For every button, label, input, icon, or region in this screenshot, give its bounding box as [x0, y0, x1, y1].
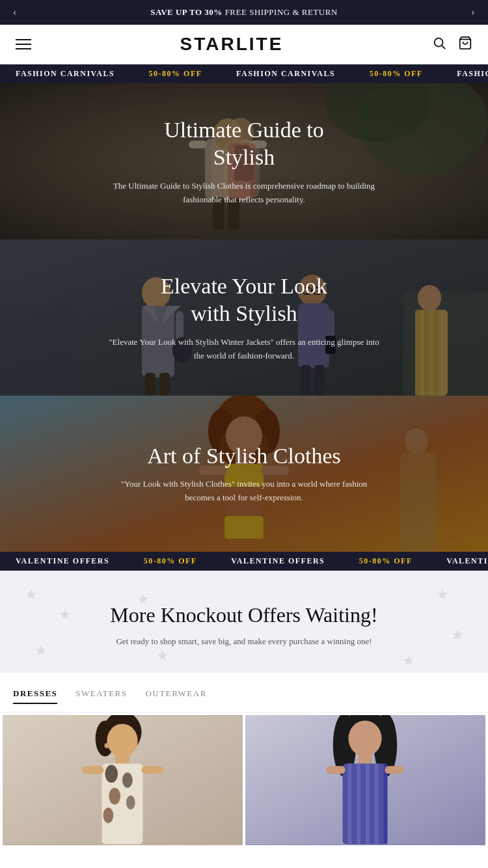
- star-icon: ★: [25, 586, 38, 603]
- svg-rect-28: [159, 373, 170, 396]
- ticker-inner-2: VALENTINE OFFERS 50-80% OFF VALENTINE OF…: [0, 556, 488, 566]
- announcement-bar: ‹ SAVE UP TO 30% FREE SHIPPING & RETURN …: [0, 0, 488, 25]
- category-tabs: DRESSES SWEATERS OUTERWEAR: [0, 673, 488, 712]
- svg-point-65: [105, 765, 118, 783]
- logo-text: STARLITE: [180, 34, 284, 54]
- star-icon: ★: [436, 586, 449, 603]
- svg-point-78: [348, 720, 381, 756]
- logo[interactable]: STARLITE: [180, 34, 284, 55]
- svg-rect-19: [0, 305, 78, 396]
- hero1-title: Ultimate Guide toStylish: [107, 116, 381, 172]
- cart-icon[interactable]: [458, 36, 472, 53]
- ticker-item: FASHION CARNIVALS: [16, 69, 115, 79]
- star-icon: ★: [156, 647, 169, 664]
- svg-rect-37: [314, 365, 325, 396]
- svg-rect-81: [347, 763, 351, 844]
- svg-rect-36: [301, 365, 311, 396]
- ticker-item: 50-80% OFF: [370, 69, 423, 79]
- ticker-item: FASHION CARNIVALS: [236, 69, 335, 79]
- svg-point-72: [82, 766, 90, 774]
- svg-rect-41: [424, 310, 429, 396]
- hero2-content: Elevate Your Lookwith Stylish "Elevate Y…: [68, 273, 420, 363]
- svg-rect-63: [115, 755, 129, 765]
- announcement-prev-button[interactable]: ‹: [13, 7, 17, 18]
- star-icon: ★: [402, 653, 415, 670]
- svg-rect-84: [375, 763, 379, 844]
- svg-rect-42: [433, 310, 439, 396]
- knockout-section: ★ ★ ★ ★ ★ ★ ★ ★ ★ More Knockout Offers W…: [0, 571, 488, 673]
- svg-point-73: [156, 766, 163, 774]
- ticker-item: FASHION CARNIVALS: [457, 69, 488, 79]
- hero1-content: Ultimate Guide toStylish The Ultimate Gu…: [68, 116, 420, 207]
- svg-point-67: [109, 788, 120, 805]
- hero3-content: Art of Stylish Clothes "Your Look with S…: [68, 442, 420, 505]
- hero3-title: Art of Stylish Clothes: [107, 442, 381, 470]
- header: STARLITE: [0, 25, 488, 64]
- header-actions: [432, 36, 472, 53]
- promo-rest: FREE SHIPPING & RETURN: [223, 7, 338, 17]
- svg-point-0: [435, 38, 443, 47]
- svg-point-69: [103, 807, 113, 823]
- svg-point-68: [126, 796, 135, 810]
- svg-point-38: [418, 285, 441, 311]
- hero2-title: Elevate Your Lookwith Stylish: [107, 273, 381, 328]
- ticker-item-valentine: VALENTINE OFFERS: [16, 556, 109, 566]
- hero2-subtitle: "Elevate Your Look with Stylish Winter J…: [107, 336, 381, 363]
- tab-sweaters[interactable]: SWEATERS: [75, 688, 127, 704]
- hero-section-2: Elevate Your Lookwith Stylish "Elevate Y…: [0, 239, 488, 396]
- product-card-2[interactable]: [245, 715, 485, 845]
- ticker-item: 50-80% OFF: [149, 69, 202, 79]
- svg-rect-82: [357, 763, 360, 844]
- knockout-subtitle: Get ready to shop smart, save big, and m…: [26, 636, 462, 647]
- svg-point-66: [122, 772, 133, 788]
- hero-section-3: Art of Stylish Clothes "Your Look with S…: [0, 396, 488, 552]
- hero1-subtitle: The Ultimate Guide to Stylish Clothes is…: [107, 180, 381, 207]
- tab-outerwear[interactable]: OUTERWEAR: [145, 688, 206, 704]
- ticker-inner: FASHION CARNIVALS 50-80% OFF FASHION CAR…: [0, 69, 488, 79]
- ticker-item-off: 50-80% OFF: [359, 556, 413, 566]
- svg-rect-83: [366, 763, 370, 844]
- search-icon[interactable]: [432, 36, 446, 53]
- svg-rect-85: [384, 763, 388, 844]
- svg-rect-86: [326, 766, 346, 774]
- svg-rect-79: [358, 755, 372, 765]
- promo-bold: SAVE UP TO 30%: [150, 7, 223, 17]
- ticker-item-valentine: VALENTINE OFFERS: [446, 556, 488, 566]
- svg-rect-87: [385, 766, 405, 774]
- svg-rect-27: [145, 373, 156, 396]
- menu-button[interactable]: [16, 39, 31, 49]
- svg-point-62: [104, 743, 109, 748]
- tab-dresses[interactable]: DRESSES: [13, 688, 57, 704]
- svg-point-61: [107, 724, 137, 757]
- svg-rect-53: [224, 516, 264, 539]
- knockout-title: More Knockout Offers Waiting!: [26, 603, 462, 627]
- product-grid: [0, 712, 488, 848]
- svg-line-1: [442, 46, 445, 49]
- hero3-subtitle: "Your Look with Stylish Clothes" invites…: [107, 478, 381, 505]
- hero-section-1: Ultimate Guide toStylish The Ultimate Gu…: [0, 83, 488, 239]
- ticker-item-off: 50-80% OFF: [144, 556, 197, 566]
- ticker-item-valentine: VALENTINE OFFERS: [231, 556, 325, 566]
- ticker-bar-2: VALENTINE OFFERS 50-80% OFF VALENTINE OF…: [0, 552, 488, 571]
- announcement-next-button[interactable]: ›: [471, 7, 475, 18]
- ticker-bar: FASHION CARNIVALS 50-80% OFF FASHION CAR…: [0, 64, 488, 83]
- announcement-text: SAVE UP TO 30% FREE SHIPPING & RETURN: [150, 7, 338, 18]
- product-card-1[interactable]: [3, 715, 243, 845]
